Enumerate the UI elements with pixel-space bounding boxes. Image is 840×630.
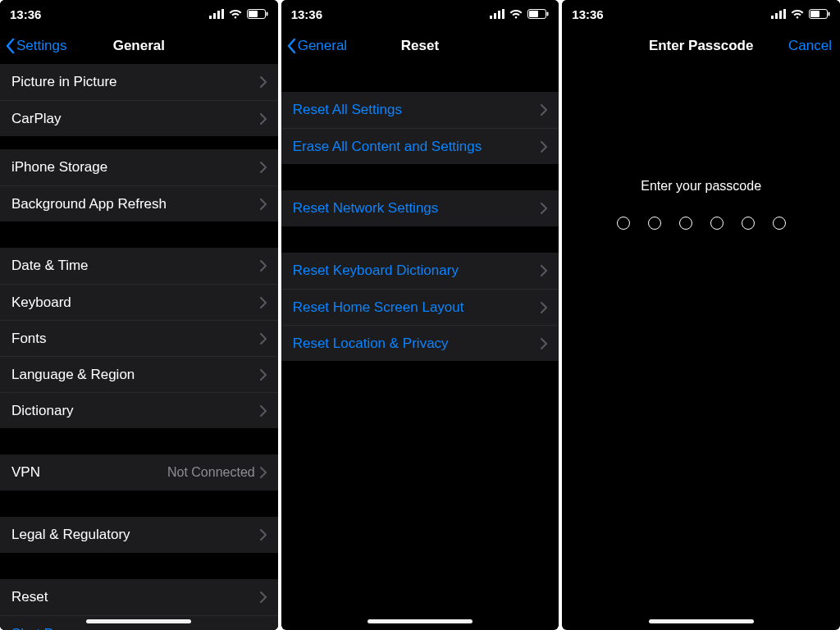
row-label: Picture in Picture [11, 74, 260, 90]
chevron-right-icon [260, 113, 267, 125]
chevron-right-icon [541, 104, 547, 116]
chevron-right-icon [541, 302, 547, 313]
cellular-icon [771, 9, 786, 19]
row-background-app-refresh[interactable]: Background App Refresh [0, 185, 278, 221]
status-indicators [209, 9, 268, 19]
svg-rect-5 [249, 11, 258, 17]
svg-rect-16 [779, 11, 782, 19]
back-button-general[interactable]: General [281, 28, 347, 64]
settings-group: Reset All SettingsErase All Content and … [281, 92, 559, 164]
passcode-dot [742, 217, 755, 230]
svg-rect-13 [547, 12, 549, 16]
settings-group: Date & TimeKeyboardFontsLanguage & Regio… [0, 248, 278, 428]
chevron-right-icon [541, 265, 547, 276]
chevron-right-icon [260, 591, 267, 603]
svg-rect-8 [494, 13, 496, 19]
status-indicators [490, 9, 549, 19]
passcode-dot [710, 217, 724, 230]
row-label: Legal & Regulatory [11, 527, 260, 543]
wifi-icon [791, 9, 804, 19]
wifi-icon [509, 9, 523, 19]
settings-group: VPNNot Connected [0, 454, 278, 491]
row-fonts[interactable]: Fonts [0, 320, 278, 356]
nav-bar: Enter Passcode Cancel [562, 28, 840, 64]
row-erase-all-content-and-settings[interactable]: Erase All Content and Settings [281, 128, 559, 164]
chevron-right-icon [541, 203, 547, 214]
row-reset-home-screen-layout[interactable]: Reset Home Screen Layout [281, 289, 559, 325]
chevron-right-icon [260, 162, 267, 173]
row-dictionary[interactable]: Dictionary [0, 392, 278, 428]
home-indicator[interactable] [368, 619, 472, 623]
status-time: 13:36 [572, 7, 603, 21]
battery-icon [809, 9, 830, 19]
svg-rect-10 [502, 9, 504, 19]
screen-reset: 13:36 General Reset Reset All SettingsEr… [281, 0, 559, 630]
screen-general: 13:36 Settings General Picture in Pictur… [0, 0, 278, 630]
svg-rect-15 [775, 13, 778, 19]
row-label: Shut Down [11, 626, 267, 631]
row-label: Background App Refresh [11, 196, 260, 212]
row-vpn[interactable]: VPNNot Connected [0, 454, 278, 491]
passcode-dots[interactable] [562, 217, 840, 230]
svg-rect-3 [221, 9, 224, 19]
row-reset-all-settings[interactable]: Reset All Settings [281, 92, 559, 128]
cellular-icon [209, 9, 224, 19]
row-iphone-storage[interactable]: iPhone Storage [0, 149, 278, 185]
nav-bar: General Reset [281, 28, 559, 64]
row-reset-location-privacy[interactable]: Reset Location & Privacy [281, 325, 559, 361]
row-picture-in-picture[interactable]: Picture in Picture [0, 64, 278, 100]
back-button-settings[interactable]: Settings [0, 28, 66, 64]
home-indicator[interactable] [649, 619, 754, 623]
home-indicator[interactable] [86, 619, 191, 623]
status-bar: 13:36 [562, 0, 840, 28]
chevron-right-icon [260, 369, 267, 381]
row-label: Date & Time [11, 258, 260, 274]
svg-rect-6 [266, 12, 267, 16]
row-legal-regulatory[interactable]: Legal & Regulatory [0, 517, 278, 553]
row-label: VPN [11, 464, 167, 481]
passcode-dot [617, 217, 630, 230]
row-language-region[interactable]: Language & Region [0, 356, 278, 392]
cancel-button[interactable]: Cancel [788, 38, 832, 54]
row-label: Keyboard [11, 294, 260, 311]
chevron-left-icon [286, 38, 296, 54]
row-reset-keyboard-dictionary[interactable]: Reset Keyboard Dictionary [281, 253, 559, 289]
row-label: Reset Home Screen Layout [293, 299, 541, 316]
row-date-time[interactable]: Date & Time [0, 248, 278, 284]
settings-list[interactable]: Picture in PictureCarPlayiPhone StorageB… [0, 64, 278, 630]
row-label: iPhone Storage [11, 159, 260, 176]
svg-rect-1 [213, 13, 216, 19]
battery-icon [527, 9, 549, 19]
row-label: Reset [11, 589, 260, 605]
chevron-right-icon [260, 76, 267, 88]
back-label: General [298, 38, 347, 54]
row-carplay[interactable]: CarPlay [0, 100, 278, 136]
chevron-right-icon [260, 405, 267, 417]
reset-list[interactable]: Reset All SettingsErase All Content and … [281, 64, 559, 361]
passcode-dot [773, 217, 786, 230]
chevron-right-icon [260, 529, 267, 541]
settings-group: Reset Keyboard DictionaryReset Home Scre… [281, 253, 559, 361]
svg-rect-19 [810, 11, 819, 17]
chevron-right-icon [260, 199, 267, 210]
chevron-right-icon [541, 338, 547, 349]
status-bar: 13:36 [0, 0, 278, 28]
row-label: Language & Region [11, 367, 260, 383]
tutorial-triptych: 13:36 Settings General Picture in Pictur… [0, 0, 840, 630]
passcode-prompt: Enter your passcode [562, 179, 840, 194]
row-reset-network-settings[interactable]: Reset Network Settings [281, 190, 559, 226]
status-bar: 13:36 [281, 0, 559, 28]
svg-rect-2 [217, 11, 220, 19]
row-label: Reset Keyboard Dictionary [293, 262, 541, 279]
cellular-icon [490, 9, 504, 19]
status-time: 13:36 [291, 7, 322, 21]
row-label: Reset Location & Privacy [293, 336, 541, 352]
svg-rect-14 [771, 16, 774, 19]
chevron-right-icon [260, 260, 267, 272]
row-reset[interactable]: Reset [0, 579, 278, 615]
row-keyboard[interactable]: Keyboard [0, 284, 278, 320]
row-label: CarPlay [11, 111, 260, 127]
chevron-right-icon [541, 141, 547, 153]
svg-rect-7 [490, 16, 492, 19]
row-label: Reset Network Settings [293, 200, 541, 217]
